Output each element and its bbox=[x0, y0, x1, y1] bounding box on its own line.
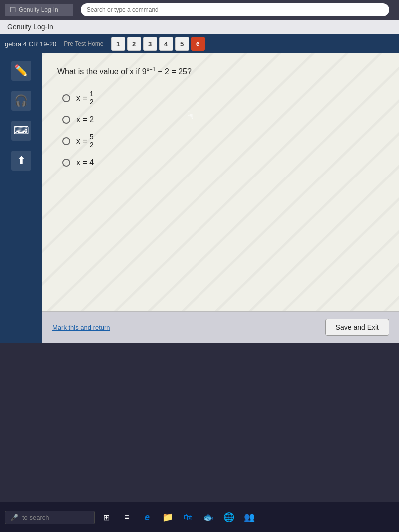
taskbar: 🎤 to search ⊞ ≡ e 📁 🛍 🐟 🌐 👥 bbox=[0, 502, 399, 532]
q-btn-1[interactable]: 1 bbox=[111, 37, 125, 51]
question-text: What is the value of x if 9x−1 − 2 = 25? bbox=[57, 66, 384, 78]
question-text-before: What is the value of x if 9 bbox=[57, 67, 147, 76]
fraction-c: 5 2 bbox=[89, 133, 95, 149]
nav-label: Pre Test Home bbox=[64, 40, 103, 47]
q-btn-5[interactable]: 5 bbox=[175, 37, 189, 51]
q-btn-6[interactable]: 6 bbox=[191, 37, 205, 51]
course-title: gebra 4 CR 19-20 bbox=[5, 40, 56, 48]
fraction-a: 1 2 bbox=[89, 90, 95, 106]
browser-tab-label: Genuity Log-In bbox=[19, 6, 58, 13]
desktop: ☐ Genuity Log-In Search or type a comman… bbox=[0, 0, 399, 532]
quiz-wrapper: ✏️ 🎧 ⌨ ⬆ What is the value o bbox=[0, 53, 399, 343]
browser-tab[interactable]: ☐ Genuity Log-In bbox=[5, 4, 73, 16]
taskbar-store-icon[interactable]: 🛍 bbox=[179, 508, 197, 526]
browser-bar: ☐ Genuity Log-In Search or type a comman… bbox=[0, 0, 399, 20]
course-nav-bar: gebra 4 CR 19-20 Pre Test Home 1 2 3 4 5… bbox=[0, 34, 399, 53]
pencil-icon[interactable]: ✏️ bbox=[11, 61, 31, 81]
option-c-text: x = 5 2 bbox=[76, 133, 95, 149]
quiz-content: What is the value of x if 9x−1 − 2 = 25?… bbox=[42, 53, 399, 343]
taskbar-search[interactable]: 🎤 to search bbox=[5, 511, 95, 524]
taskbar-edge-icon[interactable]: e bbox=[138, 508, 156, 526]
taskbar-fish-icon[interactable]: 🐟 bbox=[200, 508, 217, 526]
option-a[interactable]: x = 1 2 bbox=[62, 90, 384, 106]
question-text-after: − 2 = 25? bbox=[156, 67, 192, 76]
option-b-text: x = 2 bbox=[76, 115, 94, 124]
genuity-title-bar: Genuity Log-In bbox=[0, 20, 399, 34]
radio-c[interactable] bbox=[62, 137, 70, 145]
radio-a[interactable] bbox=[62, 94, 70, 102]
quiz-footer: Mark this and return Save and Exit bbox=[42, 311, 399, 343]
question-nav: 1 2 3 4 5 6 bbox=[111, 37, 205, 51]
taskbar-task-view-icon[interactable]: ≡ bbox=[118, 508, 136, 526]
taskbar-search-text: to search bbox=[22, 514, 49, 521]
address-bar-text: Search or type a command bbox=[87, 6, 159, 13]
taskbar-chrome-icon[interactable]: 🌐 bbox=[220, 508, 238, 526]
option-c[interactable]: x = 5 2 bbox=[62, 133, 384, 149]
answer-options: x = 1 2 x = 2 bbox=[62, 90, 384, 167]
save-exit-button[interactable]: Save and Exit bbox=[325, 319, 389, 336]
taskbar-teams-icon[interactable]: 👥 bbox=[240, 508, 258, 526]
option-d[interactable]: x = 4 bbox=[62, 158, 384, 167]
calculator-icon[interactable]: ⌨ bbox=[11, 121, 31, 141]
radio-b[interactable] bbox=[62, 116, 70, 124]
option-d-text: x = 4 bbox=[76, 158, 94, 167]
question-exponent: x−1 bbox=[147, 66, 156, 72]
headphones-icon[interactable]: 🎧 bbox=[11, 91, 31, 111]
flag-icon[interactable]: ⬆ bbox=[11, 151, 31, 171]
address-bar[interactable]: Search or type a command bbox=[81, 3, 389, 16]
option-a-text: x = 1 2 bbox=[76, 90, 95, 106]
q-btn-2[interactable]: 2 bbox=[127, 37, 141, 51]
genuity-title: Genuity Log-In bbox=[7, 23, 53, 31]
left-sidebar: ✏️ 🎧 ⌨ ⬆ bbox=[0, 53, 42, 343]
option-b[interactable]: x = 2 bbox=[62, 115, 384, 124]
mark-return-link[interactable]: Mark this and return bbox=[52, 324, 110, 331]
browser-tab-icon: ☐ bbox=[10, 6, 16, 14]
q-btn-3[interactable]: 3 bbox=[143, 37, 157, 51]
radio-d[interactable] bbox=[62, 159, 70, 167]
taskbar-explorer-icon[interactable]: 📁 bbox=[159, 508, 177, 526]
taskbar-windows-icon[interactable]: ⊞ bbox=[97, 508, 115, 526]
mic-icon: 🎤 bbox=[10, 514, 18, 521]
q-btn-4[interactable]: 4 bbox=[159, 37, 173, 51]
